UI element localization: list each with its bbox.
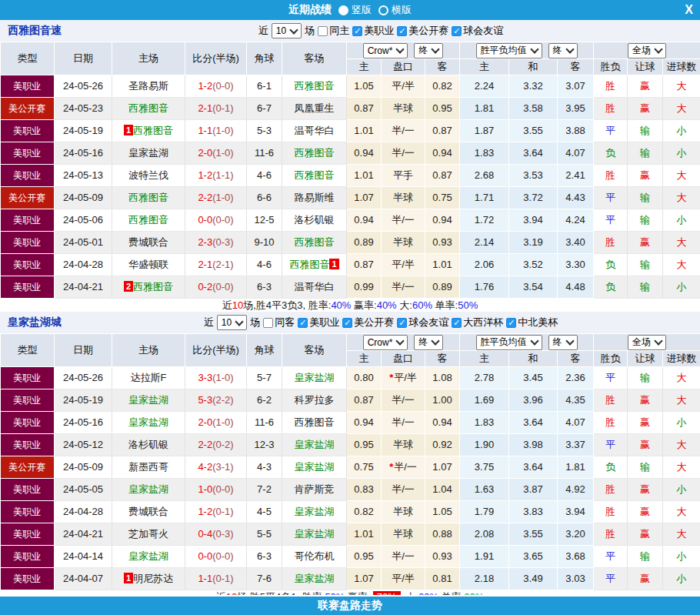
checkbox-checked-icon bbox=[397, 26, 407, 36]
sub-header-wdl: 胜负 bbox=[594, 351, 628, 367]
handicap-value: 半/一 bbox=[392, 281, 415, 292]
avg-select[interactable]: 胜平负均值 bbox=[476, 335, 542, 350]
league-checkbox[interactable]: 美职业 bbox=[298, 316, 339, 329]
ou-result-cell: 大 bbox=[663, 367, 700, 389]
odds-time-select[interactable]: 终 bbox=[414, 335, 443, 350]
match-count-select[interactable]: 10 bbox=[272, 23, 302, 38]
away-odds-cell: 0.94 bbox=[425, 209, 460, 232]
away-team-name: 皇家盐湖 bbox=[295, 461, 335, 473]
league-checkbox[interactable]: 球会友谊 bbox=[452, 24, 503, 38]
checkbox-icon bbox=[263, 318, 273, 328]
live-asterisk: * bbox=[389, 461, 393, 473]
league-checkbox-label: 美公开赛 bbox=[354, 316, 394, 329]
close-icon[interactable]: X bbox=[685, 2, 693, 18]
wdl-result-cell: 负 bbox=[594, 254, 628, 276]
table-row: 美职业24-05-13波特兰伐1-2(1-1)4-6西雅图音1.01平手0.87… bbox=[1, 165, 700, 187]
away-odds-cell: 1.00 bbox=[425, 389, 460, 412]
sub-header-away-odds: 客 bbox=[425, 351, 460, 367]
away-odds-cell: 0.93 bbox=[425, 546, 460, 568]
ou-result-cell: 小 bbox=[663, 568, 700, 590]
league-checkbox-label: 美公开赛 bbox=[408, 24, 448, 38]
home-team-cell: 皇家盐湖 bbox=[112, 479, 185, 501]
league-checkbox[interactable]: 美公开赛 bbox=[397, 24, 448, 38]
handicap-result-cell: 输 bbox=[628, 142, 663, 165]
chevron-down-icon bbox=[530, 45, 538, 53]
away-team-cell: 肯萨斯竞 bbox=[282, 479, 347, 501]
league-type-cell: 美公开赛 bbox=[1, 187, 55, 209]
fulltime-score: 2-2 bbox=[198, 192, 212, 203]
handicap-value: 半/一 bbox=[392, 394, 415, 406]
league-type-cell: 美职业 bbox=[1, 568, 55, 590]
away-team-name: 路易斯维 bbox=[295, 192, 335, 203]
footer-bar-league-handicap-trend[interactable]: 联赛盘路走势 bbox=[0, 595, 700, 615]
avg-time-value: 终 bbox=[553, 336, 562, 349]
league-checkbox[interactable]: 中北美杯 bbox=[506, 316, 558, 329]
bookmaker-select[interactable]: Crow* bbox=[363, 43, 408, 58]
sub-header-home-odds: 主 bbox=[347, 59, 382, 75]
away-odds-cell: 0.89 bbox=[425, 276, 460, 299]
layout-option-horizontal[interactable]: 横版 bbox=[378, 3, 412, 17]
halftime-score: (3-1) bbox=[212, 461, 233, 473]
corners-cell: 9-10 bbox=[247, 232, 282, 254]
same-venue-checkbox[interactable]: 同主 bbox=[318, 24, 349, 38]
avg-group-header: 胜平负均值 终 bbox=[460, 334, 594, 351]
fulltime-score: 4-2 bbox=[198, 461, 212, 473]
home-odds-cell: 0.75 bbox=[347, 456, 382, 479]
ou-result-cell: 小 bbox=[663, 209, 700, 232]
home-team-name: 华盛顿联 bbox=[128, 259, 168, 270]
avg-time-select[interactable]: 终 bbox=[548, 43, 578, 58]
odds-time-select[interactable]: 终 bbox=[414, 43, 443, 58]
home-odds-cell: 0.95 bbox=[347, 434, 382, 456]
fulltime-score: 0-0 bbox=[198, 550, 212, 562]
ou-result-cell: 大 bbox=[663, 501, 700, 523]
scope-select[interactable]: 全场 bbox=[628, 335, 666, 350]
wdl-result-cell: 负 bbox=[594, 276, 628, 299]
wdl-result-cell: 胜 bbox=[594, 479, 628, 501]
scope-select-value: 全场 bbox=[632, 336, 651, 349]
table-row: 美职业24-05-16皇家盐湖2-0(1-0)11-6西雅图音0.94半/一0.… bbox=[1, 142, 700, 165]
bookmaker-select[interactable]: Crow* bbox=[363, 335, 408, 350]
date-cell: 24-04-21 bbox=[55, 523, 112, 546]
away-team-cell: 凤凰重生 bbox=[282, 98, 347, 120]
handicap-value: 平手 bbox=[393, 169, 413, 181]
table-row: 美公开赛24-05-09西雅图音2-2(1-0)6-6路易斯维1.07半球0.7… bbox=[1, 187, 700, 209]
league-checkbox[interactable]: 美公开赛 bbox=[342, 316, 394, 329]
date-cell: 24-04-07 bbox=[55, 568, 112, 590]
score-cell: 4-2(3-1) bbox=[185, 456, 247, 479]
checkbox-checked-icon bbox=[342, 318, 352, 328]
home-team-name: 皇家盐湖 bbox=[128, 483, 168, 495]
layout-option-vertical[interactable]: 竖版 bbox=[338, 3, 372, 17]
scope-group-header: 全场 bbox=[594, 334, 700, 351]
avg-home-cell: 2.08 bbox=[460, 523, 509, 546]
league-checkbox[interactable]: 球会友谊 bbox=[397, 316, 448, 329]
avg-away-cell: 4.35 bbox=[558, 389, 594, 412]
avg-select[interactable]: 胜平负均值 bbox=[476, 43, 542, 58]
avg-time-select[interactable]: 终 bbox=[548, 335, 578, 350]
league-checkbox[interactable]: 大西洋杯 bbox=[452, 316, 503, 329]
score-cell: 2-2(0-2) bbox=[185, 434, 247, 456]
bookmaker-select-value: Crow* bbox=[368, 45, 393, 56]
avg-away-cell: 4.48 bbox=[558, 276, 594, 299]
wdl-result-cell: 平 bbox=[594, 187, 628, 209]
home-odds-cell: 0.99 bbox=[347, 276, 382, 299]
home-team-cell: 1西雅图音 bbox=[112, 120, 185, 142]
league-checkbox[interactable]: 美职业 bbox=[352, 24, 394, 38]
league-type-cell: 美职业 bbox=[1, 209, 55, 232]
fulltime-score: 1-1 bbox=[198, 573, 212, 584]
league-filter-group: 美职业美公开赛球会友谊 bbox=[352, 24, 503, 38]
home-team-name: 芝加哥火 bbox=[128, 528, 168, 540]
ou-result-cell: 小 bbox=[663, 479, 700, 501]
avg-draw-cell: 3.19 bbox=[509, 232, 558, 254]
score-cell: 1-2(1-1) bbox=[185, 165, 247, 187]
same-venue-checkbox[interactable]: 同客 bbox=[263, 316, 295, 329]
handicap-result-cell: 输 bbox=[628, 254, 663, 276]
sub-header-avg-home: 主 bbox=[460, 351, 509, 367]
away-team-cell: 西雅图音 bbox=[282, 165, 347, 187]
scope-select[interactable]: 全场 bbox=[628, 43, 666, 58]
away-team-cell: 温哥华白 bbox=[282, 276, 347, 299]
table-row: 美职业24-04-212西雅图音0-2(0-0)6-3温哥华白0.99半/一0.… bbox=[1, 276, 700, 299]
fulltime-score: 1-2 bbox=[198, 506, 212, 517]
match-count-select[interactable]: 10 bbox=[217, 315, 247, 330]
halftime-score: (1-1) bbox=[212, 169, 233, 181]
avg-draw-cell: 3.52 bbox=[509, 254, 558, 276]
